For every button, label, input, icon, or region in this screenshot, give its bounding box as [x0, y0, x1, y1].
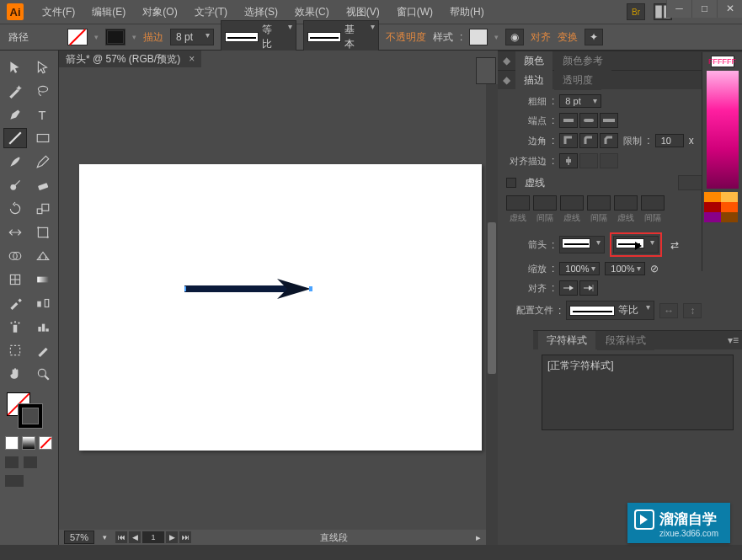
- menu-effect[interactable]: 效果(C): [286, 5, 338, 19]
- paintbrush-tool[interactable]: [3, 152, 27, 172]
- align-outside[interactable]: [600, 153, 618, 168]
- vertical-scrollbar[interactable]: [486, 84, 498, 545]
- link-scale-icon[interactable]: ⊘: [650, 263, 659, 275]
- width-tool[interactable]: [3, 222, 27, 243]
- lasso-tool[interactable]: [31, 81, 55, 101]
- artboard-tool[interactable]: [3, 340, 27, 360]
- dash-2[interactable]: [560, 195, 584, 211]
- fill-stroke-indicator[interactable]: [5, 391, 53, 428]
- magic-wand-tool[interactable]: [3, 81, 27, 101]
- zoom-level[interactable]: 57%: [64, 531, 94, 544]
- color-panel-tab[interactable]: 颜色: [515, 51, 552, 71]
- transform-label[interactable]: 变换: [558, 30, 578, 45]
- color-guide-tab[interactable]: 颜色参考: [554, 51, 611, 71]
- arrow-start[interactable]: [559, 236, 605, 253]
- panel-menu-icon[interactable]: ▾≡: [728, 334, 739, 346]
- gradient-mode[interactable]: [22, 436, 35, 450]
- mesh-tool[interactable]: [3, 269, 27, 290]
- transparency-tab[interactable]: 透明度: [554, 71, 601, 90]
- eraser-tool[interactable]: [31, 175, 55, 195]
- free-transform-tool[interactable]: [31, 222, 55, 243]
- shape-builder-tool[interactable]: [3, 246, 27, 266]
- stroke-panel-tab[interactable]: 描边: [515, 71, 552, 90]
- graph-tool[interactable]: [31, 317, 55, 337]
- arrow-scale-end[interactable]: 100%: [605, 262, 645, 275]
- pen-tool[interactable]: [3, 104, 27, 125]
- stroke-weight-input[interactable]: 8 pt: [559, 94, 601, 108]
- screen-mode[interactable]: [5, 475, 24, 487]
- flip-across-icon[interactable]: ↕: [683, 303, 702, 318]
- stroke-indicator[interactable]: [19, 404, 42, 428]
- isolate-icon[interactable]: ✦: [585, 29, 603, 45]
- gap-3[interactable]: [641, 195, 665, 211]
- window-close[interactable]: ✕: [717, 0, 742, 18]
- arrow-align-tip[interactable]: [579, 280, 598, 296]
- fill-dropdown[interactable]: ▾: [94, 33, 99, 41]
- menu-help[interactable]: 帮助(H): [441, 5, 493, 19]
- cap-square[interactable]: [600, 113, 618, 128]
- menu-type[interactable]: 文字(T): [186, 5, 236, 19]
- dash-preserve[interactable]: [678, 175, 703, 190]
- char-style-item[interactable]: [正常字符样式]: [547, 359, 728, 373]
- corner-round[interactable]: [579, 133, 598, 148]
- document-tab[interactable]: 箭头* @ 57% (RGB/预览)×: [59, 51, 201, 67]
- draw-behind[interactable]: [24, 456, 37, 468]
- corner-bevel[interactable]: [600, 133, 618, 148]
- hand-tool[interactable]: [3, 364, 27, 384]
- slice-tool[interactable]: [31, 340, 55, 360]
- direct-selection-tool[interactable]: [31, 57, 55, 77]
- arrow-end[interactable]: [613, 236, 659, 253]
- profile-select[interactable]: 等比: [566, 301, 654, 320]
- window-maximize[interactable]: □: [691, 0, 717, 18]
- swap-arrows-icon[interactable]: ⇄: [667, 237, 682, 253]
- dashed-checkbox[interactable]: [506, 178, 516, 188]
- stroke-label[interactable]: 描边: [143, 30, 163, 45]
- none-mode[interactable]: [39, 436, 52, 450]
- align-inside[interactable]: [579, 153, 598, 168]
- collapsed-panel-icon[interactable]: [476, 57, 496, 84]
- color-mode[interactable]: [5, 436, 19, 450]
- arrow-path[interactable]: [184, 279, 319, 304]
- rectangle-tool[interactable]: [31, 128, 55, 148]
- draw-normal[interactable]: [5, 456, 19, 468]
- flip-along-icon[interactable]: ↔: [659, 303, 678, 318]
- char-styles-tab[interactable]: 字符样式: [538, 331, 595, 350]
- stroke-swatch[interactable]: [105, 29, 125, 45]
- gap-2[interactable]: [587, 195, 611, 211]
- align-center[interactable]: [559, 153, 578, 168]
- artboard-nav[interactable]: ⏮◀ 1 ▶⏭: [115, 531, 191, 543]
- brush-dropdown[interactable]: 基本: [303, 20, 379, 54]
- menu-file[interactable]: 文件(F): [34, 5, 83, 19]
- scale-tool[interactable]: [31, 199, 55, 219]
- menu-select[interactable]: 选择(S): [236, 5, 286, 19]
- arrow-align-extend[interactable]: [559, 280, 578, 296]
- canvas[interactable]: 57%▾ ⏮◀ 1 ▶⏭ 直线段 ▸: [59, 67, 498, 545]
- line-tool[interactable]: [3, 128, 27, 148]
- arrow-scale-start[interactable]: 100%: [559, 262, 600, 275]
- graphic-style[interactable]: [469, 29, 488, 45]
- pencil-tool[interactable]: [31, 152, 55, 172]
- recolor-icon[interactable]: ◉: [505, 29, 524, 45]
- swatch-grid[interactable]: [704, 192, 741, 222]
- profile-dropdown[interactable]: 等比: [221, 20, 296, 54]
- corner-miter[interactable]: [559, 133, 578, 148]
- menu-edit[interactable]: 编辑(E): [83, 5, 134, 19]
- gap-1[interactable]: [533, 195, 557, 211]
- blob-brush-tool[interactable]: [3, 175, 27, 195]
- hex-readout[interactable]: FFFFFF: [711, 56, 734, 67]
- menu-view[interactable]: 视图(V): [338, 5, 388, 19]
- bridge-icon[interactable]: Br: [627, 3, 645, 20]
- miter-limit-input[interactable]: 10: [655, 134, 684, 147]
- rotate-tool[interactable]: [3, 199, 27, 219]
- zoom-tool[interactable]: [31, 364, 55, 384]
- window-minimize[interactable]: ─: [666, 0, 691, 18]
- para-styles-tab[interactable]: 段落样式: [597, 331, 654, 350]
- eyedropper-tool[interactable]: [3, 293, 27, 313]
- align-label[interactable]: 对齐: [531, 30, 551, 45]
- stroke-dropdown[interactable]: ▾: [132, 33, 136, 41]
- perspective-tool[interactable]: [31, 246, 55, 266]
- dash-3[interactable]: [614, 195, 638, 211]
- menu-window[interactable]: 窗口(W): [388, 5, 441, 19]
- stroke-weight-field[interactable]: 8 pt: [170, 29, 214, 45]
- gradient-tool[interactable]: [31, 269, 55, 290]
